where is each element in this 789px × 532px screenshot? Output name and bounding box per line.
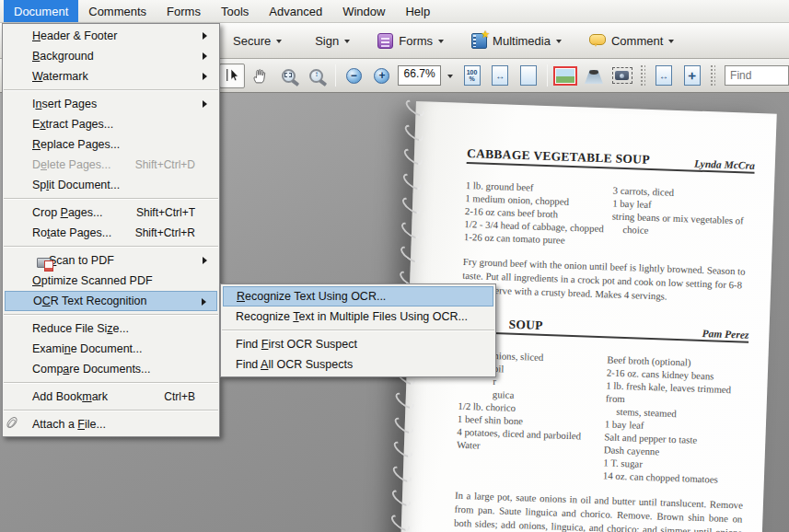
- spiral-ring: [389, 512, 412, 532]
- menu-item-label: Find First OCR Suspect: [236, 338, 357, 351]
- menu-item-reduce-file-size[interactable]: Reduce File Size...: [5, 318, 217, 339]
- menu-item-label: Watermark: [32, 70, 88, 83]
- recipe2-instructions: In a large pot, saute onions in oil and …: [451, 489, 743, 532]
- menubar-item-comments[interactable]: Comments: [78, 0, 157, 22]
- menu-item-attach-a-file[interactable]: Attach a File...: [5, 414, 217, 434]
- menu-item-find-first-ocr-suspect[interactable]: Find First OCR Suspect: [223, 334, 493, 354]
- menu-item-delete-pages[interactable]: Delete Pages...Shift+Ctrl+D: [5, 155, 217, 175]
- menu-item-label: Insert Pages: [32, 98, 97, 110]
- menu-item-background[interactable]: Background: [5, 46, 217, 66]
- zoom-dropdown-button[interactable]: [444, 65, 456, 86]
- menu-bar: DocumentCommentsFormsToolsAdvancedWindow…: [0, 0, 789, 23]
- recipe2-author: Pam Perez: [702, 328, 748, 341]
- menubar-item-tools[interactable]: Tools: [211, 0, 259, 22]
- menu-item-split-document[interactable]: Split Document...: [5, 175, 217, 195]
- comment-label: Comment: [611, 34, 663, 48]
- fit-page-button[interactable]: [516, 64, 541, 88]
- menu-shortcut: Ctrl+B: [164, 390, 195, 403]
- menu-item-compare-documents[interactable]: Compare Documents...: [5, 359, 217, 379]
- menu-item-add-bookmark[interactable]: Add BookmarkCtrl+B: [5, 387, 217, 407]
- menu-item-find-all-ocr-suspects[interactable]: Find All OCR Suspects: [223, 354, 493, 375]
- marquee-zoom-button[interactable]: [275, 64, 301, 88]
- menu-item-ocr-text-recognition[interactable]: OCR Text Recognition: [5, 291, 217, 311]
- submenu-arrow-icon: [203, 73, 211, 80]
- picture-tool-button[interactable]: [553, 64, 579, 88]
- document-menu: Header & FooterBackgroundWatermarkInsert…: [2, 23, 220, 437]
- menu-item-crop-pages[interactable]: Crop Pages...Shift+Ctrl+T: [5, 202, 217, 223]
- menubar-item-window[interactable]: Window: [332, 0, 395, 22]
- menubar-item-help[interactable]: Help: [395, 0, 440, 22]
- menu-item-label: Header & Footer: [32, 29, 117, 42]
- menu-item-recognize-text-in-multiple-files-using-ocr[interactable]: Recognize Text in Multiple Files Using O…: [223, 306, 493, 327]
- select-tool-icon: [224, 67, 240, 84]
- menu-item-recognize-text-using-ocr[interactable]: Recognize Text Using OCR...: [223, 286, 493, 306]
- menu-item-label: Background: [32, 50, 94, 63]
- zoom-out-button[interactable]: −: [342, 64, 367, 88]
- acrobat-window: DocumentCommentsFormsToolsAdvancedWindow…: [0, 0, 789, 532]
- recipe2-header: SOUP Pam Perez: [460, 316, 748, 343]
- menu-item-extract-pages[interactable]: Extract Pages...: [5, 114, 217, 134]
- toolbar-separator: [547, 64, 548, 87]
- menu-item-rotate-pages[interactable]: Rotate Pages...Shift+Ctrl+R: [5, 223, 217, 243]
- menu-item-watermark[interactable]: Watermark: [5, 66, 217, 87]
- menu-item-label: Scan to PDF: [49, 254, 114, 267]
- spiral-ring: [402, 121, 426, 143]
- comment-button[interactable]: Comment: [582, 30, 681, 52]
- toolbar-grip: [710, 64, 715, 87]
- fit-page-arrows-button[interactable]: ✛: [679, 64, 705, 88]
- toolbar-grip[interactable]: [640, 64, 645, 87]
- menu-item-label: Compare Documents...: [32, 363, 151, 376]
- hand-tool-button[interactable]: [248, 64, 273, 88]
- forms-button[interactable]: Forms: [370, 29, 451, 52]
- recipe1-author: Lynda McCra: [694, 158, 755, 171]
- zoom-in-icon: +: [374, 68, 389, 84]
- menubar-item-advanced[interactable]: Advanced: [259, 0, 332, 22]
- menubar-item-forms[interactable]: Forms: [157, 0, 211, 22]
- fit-width-icon: ↔: [656, 65, 672, 86]
- menu-item-header-footer[interactable]: Header & Footer: [5, 26, 217, 46]
- menu-item-label: Reduce File Size...: [32, 322, 129, 335]
- menu-separator: [4, 410, 218, 411]
- find-input[interactable]: [725, 65, 789, 86]
- menu-item-label: Find All OCR Suspects: [236, 358, 353, 371]
- menu-item-label: Replace Pages...: [32, 138, 120, 151]
- chevron-down-icon: [668, 40, 674, 46]
- menu-item-label: Rotate Pages...: [32, 226, 111, 239]
- zoom-in-button[interactable]: +: [369, 64, 395, 88]
- spiral-ring: [391, 439, 415, 460]
- loupe-tool-button[interactable]: [581, 64, 607, 88]
- submenu-arrow-icon: [203, 32, 211, 40]
- recipe1-ingredients: 1 lb. ground beef1 medium onion, chopped…: [464, 179, 754, 253]
- secure-label: Secure: [233, 34, 271, 48]
- fit-width-button[interactable]: ↔: [487, 64, 513, 88]
- fit-width-button-2[interactable]: ↔: [651, 64, 677, 88]
- select-tool-button[interactable]: [219, 64, 245, 88]
- menu-item-examine-document[interactable]: Examine Document...: [5, 339, 217, 359]
- menu-item-label: Optimize Scanned PDF: [32, 274, 153, 287]
- menu-item-label: Recognize Text in Multiple Files Using O…: [236, 310, 468, 323]
- actual-size-button[interactable]: 100%: [459, 64, 485, 88]
- menu-item-label: Attach a File...: [32, 418, 106, 431]
- ocr-submenu: Recognize Text Using OCR...Recognize Tex…: [220, 283, 496, 377]
- chevron-down-icon: [276, 40, 282, 46]
- snapshot-tool-button[interactable]: [609, 64, 635, 88]
- menubar-item-document[interactable]: Document: [4, 0, 78, 22]
- secure-button[interactable]: Secure: [226, 30, 289, 52]
- menu-separator: [4, 382, 218, 384]
- menu-item-optimize-scanned-pdf[interactable]: Optimize Scanned PDF: [5, 271, 217, 291]
- menu-separator: [4, 89, 218, 91]
- sign-button[interactable]: Sign: [302, 30, 357, 52]
- multimedia-button[interactable]: Multimedia: [464, 29, 569, 52]
- menu-item-label: Split Document...: [32, 179, 120, 191]
- fit-page-icon: [520, 65, 537, 86]
- menu-item-scan-to-pdf[interactable]: Scan to PDF: [5, 250, 217, 271]
- menu-item-insert-pages[interactable]: Insert Pages: [5, 94, 217, 114]
- spiral-ring: [400, 170, 424, 191]
- menu-item-replace-pages[interactable]: Replace Pages...: [5, 134, 217, 155]
- paperclip-icon: [5, 415, 18, 430]
- zoom-level-field[interactable]: 66.7%: [398, 65, 442, 86]
- menu-item-label: Delete Pages...: [32, 158, 110, 171]
- spiral-ring: [401, 146, 425, 168]
- menu-separator: [4, 246, 218, 248]
- dynamic-zoom-button[interactable]: ↕: [304, 64, 330, 88]
